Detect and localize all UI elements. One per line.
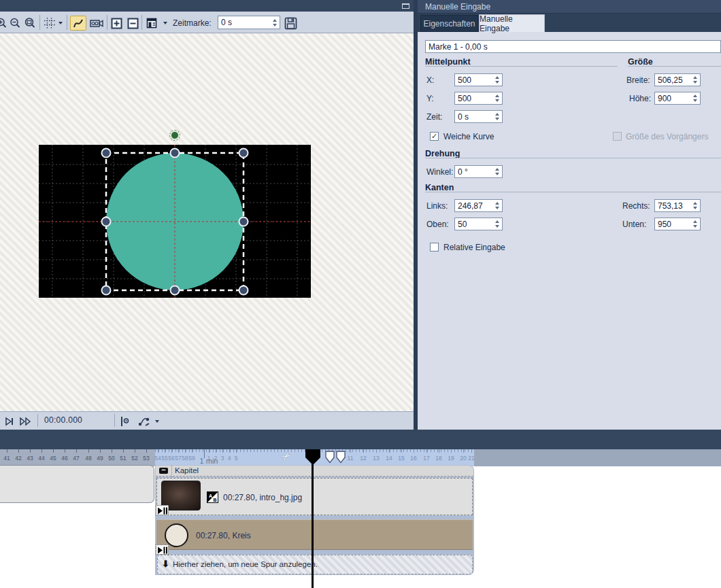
zoom-out-icon xyxy=(9,17,21,29)
remove-marker-button[interactable] xyxy=(126,16,139,31)
clip-kreis[interactable]: 00:27.80, Kreis xyxy=(156,519,473,550)
track-header-area xyxy=(0,465,154,503)
section-mittelpunkt: Mittelpunkt xyxy=(425,57,471,67)
marker-jump-button[interactable] xyxy=(118,414,131,429)
zoom-fit-button[interactable] xyxy=(23,16,37,31)
next-frame-button[interactable] xyxy=(3,414,16,429)
y-input[interactable]: 500 xyxy=(454,92,503,105)
playhead-line[interactable] xyxy=(312,449,314,588)
section-kanten: Kanten xyxy=(425,183,454,192)
object-properties-button[interactable] xyxy=(145,16,160,31)
oben-input[interactable]: 50 xyxy=(454,218,503,230)
save-button[interactable] xyxy=(283,16,298,31)
ruler-tick-label: 13 xyxy=(373,455,379,462)
ruler-tick-label: 42 xyxy=(15,455,21,462)
curve-mode-button[interactable] xyxy=(70,16,86,31)
svg-text:A: A xyxy=(209,494,212,498)
ruler-tick-label: 51 xyxy=(120,455,126,462)
winkel-spinner[interactable] xyxy=(493,166,501,177)
rotation-handle[interactable] xyxy=(170,131,180,140)
weiche-kurve-checkbox[interactable]: ✓ xyxy=(430,132,439,141)
kreis-clip-icon xyxy=(165,523,188,547)
ruler-tick xyxy=(165,449,165,453)
x-value: 500 xyxy=(458,75,471,85)
video-preview-canvas[interactable] xyxy=(39,145,311,298)
clip-intro-label: 00:27.80, intro_hg.jpg xyxy=(223,493,302,502)
zoom-in-button[interactable] xyxy=(0,16,8,31)
ruler-tick-label: 17 xyxy=(423,455,429,462)
collapse-chapter-button[interactable]: − xyxy=(159,468,168,474)
ruler-tick xyxy=(451,449,452,453)
clip-kreis-label: 00:27.80, Kreis xyxy=(196,531,251,540)
hoehe-spinner[interactable] xyxy=(691,92,699,104)
ruler-tick xyxy=(41,449,42,453)
keyframe-tool-button[interactable] xyxy=(136,414,152,429)
x-spinner[interactable] xyxy=(493,74,501,86)
hoehe-input[interactable]: 900 xyxy=(654,92,701,105)
plus-icon xyxy=(111,18,122,29)
ruler-tick xyxy=(209,449,209,453)
section-drehung: Drehung xyxy=(425,149,460,158)
ruler-tick-label: 48 xyxy=(85,455,91,462)
zeit-label: Zeit: xyxy=(426,112,442,122)
x-input[interactable]: 500 xyxy=(454,73,503,86)
ruler-tick-label: 18 xyxy=(435,455,441,462)
down-arrow-icon: ⬇ xyxy=(162,559,169,569)
ruler-tick xyxy=(414,449,414,453)
zeit-spinner[interactable] xyxy=(493,111,501,122)
zeit-input[interactable]: 0 s xyxy=(454,110,503,123)
camera-button[interactable] xyxy=(88,16,105,31)
add-marker-button[interactable] xyxy=(110,16,123,31)
marker-combo[interactable]: Marke 1 - 0,00 s xyxy=(425,40,721,53)
oben-spinner[interactable] xyxy=(493,218,501,230)
timeline-top-band xyxy=(0,430,721,449)
ruler-tick-label: 19 xyxy=(448,455,454,462)
ruler-tick-label: 14 xyxy=(386,455,392,462)
ruler-tick xyxy=(53,449,54,453)
zeitmarke-input[interactable]: 0 s xyxy=(218,16,280,29)
ruler-tick xyxy=(76,449,77,453)
ruler-tick xyxy=(135,449,135,453)
section-rule xyxy=(425,192,721,192)
object-properties-dropdown[interactable] xyxy=(162,16,169,31)
section-rule xyxy=(628,66,721,67)
clip-intro-hg[interactable]: AB 00:27.80, intro_hg.jpg xyxy=(156,478,473,515)
unten-spinner[interactable] xyxy=(691,218,699,230)
grid-dropdown[interactable] xyxy=(57,16,64,31)
relative-eingabe-label: Relative Eingabe xyxy=(443,243,505,252)
ruler-tick xyxy=(192,449,192,453)
unten-input[interactable]: 950 xyxy=(654,218,701,230)
timeline-ruler-right[interactable] xyxy=(474,449,721,466)
preview-canvas-graphics xyxy=(39,145,311,298)
zoom-out-button[interactable] xyxy=(8,16,22,31)
oben-value: 50 xyxy=(458,220,467,229)
tab-manuelle-eingabe[interactable]: Manuelle Eingabe xyxy=(479,14,545,32)
new-track-drop-zone[interactable]: ⬇ Hierher ziehen, um neue Spur anzulegen… xyxy=(157,555,473,574)
rechts-spinner[interactable] xyxy=(691,200,699,211)
fade-handle-icon[interactable] xyxy=(156,544,169,555)
ruler-tick xyxy=(112,449,112,453)
y-spinner[interactable] xyxy=(493,92,501,104)
fade-handle-icon[interactable] xyxy=(156,505,169,515)
hoehe-label: Höhe: xyxy=(629,94,651,103)
zeitmarke-spinner[interactable] xyxy=(271,16,278,29)
grid-button[interactable] xyxy=(43,16,56,31)
ruler-tick xyxy=(363,449,364,453)
keyframe-tool-dropdown[interactable] xyxy=(154,414,161,429)
links-spinner[interactable] xyxy=(493,200,501,211)
tab-eigenschaften[interactable]: Eigenschaften xyxy=(420,15,478,32)
rechts-input[interactable]: 753,13 xyxy=(654,199,701,212)
links-input[interactable]: 246,87 xyxy=(454,199,503,212)
breite-spinner[interactable] xyxy=(691,74,699,86)
ruler-tick-label: 15 xyxy=(398,455,404,462)
fast-forward-button[interactable] xyxy=(18,414,33,429)
range-flag-icons[interactable] xyxy=(325,451,348,464)
winkel-input[interactable]: 0 ° xyxy=(454,165,503,178)
kapitel-track[interactable]: − Kapitel xyxy=(156,466,473,477)
ruler-tick-label: 20 xyxy=(460,455,466,462)
ruler-tick xyxy=(236,449,237,453)
breite-input[interactable]: 506,25 xyxy=(654,73,701,86)
relative-eingabe-checkbox[interactable] xyxy=(430,243,439,252)
ruler-tick-label: 56 xyxy=(168,455,174,462)
restore-window-icon[interactable] xyxy=(402,3,409,9)
